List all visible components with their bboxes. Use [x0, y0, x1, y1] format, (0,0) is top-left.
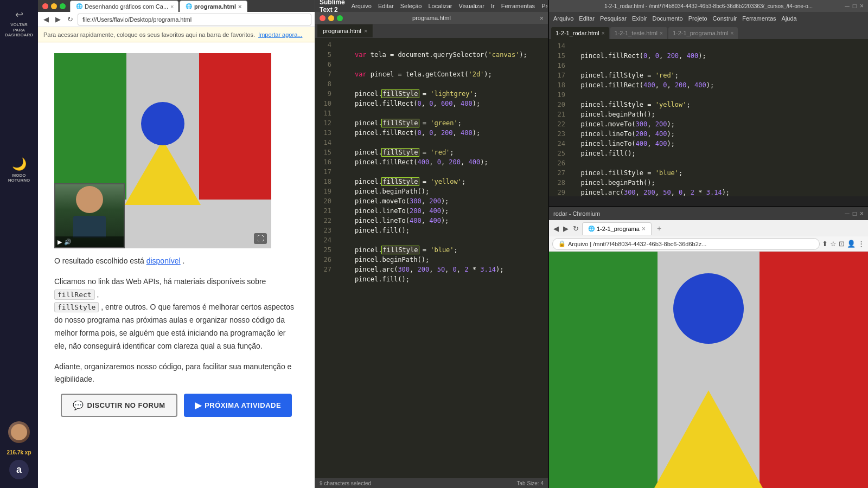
right-statusbar — [549, 196, 868, 206]
volume-btn[interactable]: 🔊 — [64, 239, 72, 246]
st-tab-teste[interactable]: 1-2-1_teste.html × — [610, 27, 667, 39]
sidebar-item-mode[interactable]: 🌙 MODO NOTURNO — [3, 153, 35, 188]
notification-bar: Para acessar rapidamente, coloque os seu… — [38, 27, 315, 42]
available-link[interactable]: disponível — [146, 256, 181, 265]
editor-tab-label: programa.html — [323, 28, 361, 34]
minimize-btn[interactable]: ─ — [845, 2, 850, 10]
forum-label: DISCUTIR NO FORUM — [87, 401, 165, 409]
chromium-tab-btn[interactable]: ⊡ — [839, 240, 845, 248]
menu-editar[interactable]: Editar — [378, 3, 394, 9]
editor-tab-programa[interactable]: programa.html × — [317, 24, 373, 37]
maximize-btn[interactable]: □ — [853, 2, 857, 10]
st-menu-construir[interactable]: Construir — [713, 15, 737, 22]
font-size-icon[interactable]: a — [9, 460, 29, 479]
chromium-extra-btns: ⬆ ☆ ⊡ 👤 ⋮ — [822, 240, 865, 248]
fullscreen-btn[interactable]: ⛶ — [254, 233, 267, 244]
close-traffic-light[interactable] — [42, 3, 48, 9]
canvas-center — [658, 252, 760, 488]
st-menu-pesquisar[interactable]: Pesquisar — [600, 15, 627, 22]
code-area[interactable]: var tela = document.querySelector('canva… — [335, 38, 548, 478]
sidebar-bottom: 216.7k xp a — [7, 421, 31, 484]
window-controls: ─ □ × — [845, 2, 864, 10]
canvas-red — [199, 53, 271, 200]
editor-title: programa.html — [412, 15, 451, 21]
play-btn[interactable]: ▶ — [58, 239, 62, 246]
menu-ir[interactable]: Ir — [491, 3, 495, 9]
forward-btn[interactable]: ▶ — [53, 14, 63, 24]
chromium-back-btn[interactable]: ◀ — [552, 223, 560, 234]
chromium-menu-btn[interactable]: ⋮ — [858, 240, 865, 248]
tab-close-programa[interactable]: × — [238, 3, 241, 10]
right-code-area[interactable]: pincel.fillRect(0, 0, 200, 400); pincel.… — [569, 39, 868, 196]
avatar — [8, 421, 30, 443]
canvas-right-red — [760, 252, 868, 488]
window-close-btn[interactable]: × — [539, 14, 544, 22]
st-menu-ferramentas[interactable]: Ferramentas — [742, 15, 776, 22]
close-btn-right[interactable]: × — [860, 2, 864, 10]
maximize-traffic-light[interactable] — [60, 3, 66, 9]
editor-tab-close[interactable]: × — [364, 28, 367, 34]
st-menu-ajuda[interactable]: Ajuda — [782, 15, 797, 22]
menu-arquivo[interactable]: Arquivo — [352, 3, 372, 9]
address-bar[interactable]: file:///Users/flavio/Desktop/programa.ht… — [78, 14, 311, 25]
menu-ferramentas[interactable]: Ferramentas — [501, 3, 535, 9]
sidebar-item-back[interactable]: ↩ VOLTAR PARA DASHBOARD — [3, 4, 35, 42]
tl-close[interactable] — [320, 15, 326, 21]
code-fillrect: fillRect — [54, 290, 95, 300]
st-menu-editar[interactable]: Editar — [579, 15, 595, 22]
st-menu-arquivo[interactable]: Arquivo — [553, 15, 573, 22]
tl-maximize[interactable] — [337, 15, 343, 21]
menu-selecao[interactable]: Seleção — [400, 3, 422, 9]
right-editor-body: 1415161718192021222324252627282930 pince… — [549, 39, 868, 196]
forum-button[interactable]: 💬 DISCUTIR NO FORUM — [61, 394, 177, 417]
back-btn[interactable]: ◀ — [41, 14, 51, 24]
minimize-traffic-light[interactable] — [51, 3, 57, 9]
browser-tab-desenhando[interactable]: 🌐 Desenhando gráficos com Ca... × — [70, 1, 178, 12]
st-tab-rodar-close[interactable]: × — [602, 30, 605, 36]
chromium-share-btn[interactable]: ⬆ — [822, 240, 828, 248]
traffic-lights — [320, 15, 343, 21]
chromium-tab-programa[interactable]: 🌐 1-2-1_programa × — [582, 222, 652, 235]
chromium-new-tab-btn[interactable]: + — [654, 223, 665, 234]
st-menu-exibir[interactable]: Exibir — [632, 15, 647, 22]
forum-icon: 💬 — [73, 400, 84, 410]
chromium-address-text: Arquivo | /mnt/7f4b8034-4432-46b3-8bc6-3… — [568, 241, 706, 247]
chromium-account-btn[interactable]: 👤 — [847, 240, 856, 248]
xp-label: 216.7k xp — [7, 450, 31, 455]
right-panel: 1-2-1_rodar.html - /mnt/7f4b8034-4432-46… — [548, 0, 868, 488]
chromium-maximize[interactable]: □ — [853, 210, 857, 217]
chromium-tab-close[interactable]: × — [642, 225, 646, 233]
chromium-refresh-btn[interactable]: ↻ — [572, 223, 580, 234]
next-label: PRÓXIMA ATIVIDADE — [205, 401, 281, 409]
chromium-bookmark-btn[interactable]: ☆ — [830, 240, 837, 248]
chromium-forward-btn[interactable]: ▶ — [562, 223, 570, 234]
menu-visualizar[interactable]: Visualizar — [459, 3, 485, 9]
st-tab-programa-close[interactable]: × — [731, 30, 734, 36]
back-label: VOLTAR PARA DASHBOARD — [5, 22, 33, 38]
st-menu-projeto[interactable]: Projeto — [688, 15, 707, 22]
st-tab-rodar-label: 1-2-1_rodar.html — [556, 30, 599, 36]
right-editor-menubar: Arquivo Editar Pesquisar Exibir Document… — [549, 12, 868, 25]
notification-text: Para acessar rapidamente, coloque os seu… — [43, 31, 255, 38]
canvas-green — [54, 53, 126, 200]
st-menu-documento[interactable]: Documento — [652, 15, 682, 22]
next-icon: ▶ — [195, 400, 202, 410]
menu-localizar[interactable]: Localizar — [429, 3, 452, 9]
chromium-minimize[interactable]: ─ — [845, 210, 850, 217]
tab-favicon-2: 🌐 — [186, 3, 192, 9]
st-tab-rodar[interactable]: 1-2-1_rodar.html × — [551, 27, 609, 39]
notification-link[interactable]: Importar agora... — [258, 31, 302, 38]
tl-minimize[interactable] — [328, 15, 334, 21]
st-tab-teste-close[interactable]: × — [660, 30, 663, 36]
refresh-btn[interactable]: ↻ — [65, 14, 75, 24]
next-button[interactable]: ▶ PRÓXIMA ATIVIDADE — [184, 394, 292, 417]
browser-navbar: ◀ ▶ ↻ file:///Users/flavio/Desktop/progr… — [38, 12, 315, 27]
chromium-tab-label: 1-2-1_programa — [597, 226, 640, 232]
editor-tabs: programa.html × — [315, 24, 548, 38]
browser-tab-programa[interactable]: 🌐 programa.html × — [180, 1, 247, 12]
tab-close-desenhando[interactable]: × — [170, 3, 174, 10]
chromium-address-bar[interactable]: 🔒 Arquivo | /mnt/7f4b8034-4432-46b3-8bc6… — [552, 238, 820, 250]
chromium-close[interactable]: × — [860, 210, 864, 217]
editor-menubar: Sublime Text 2 Arquivo Editar Seleção Lo… — [315, 0, 548, 12]
st-tab-programa[interactable]: 1-2-1_programa.html × — [668, 27, 738, 39]
